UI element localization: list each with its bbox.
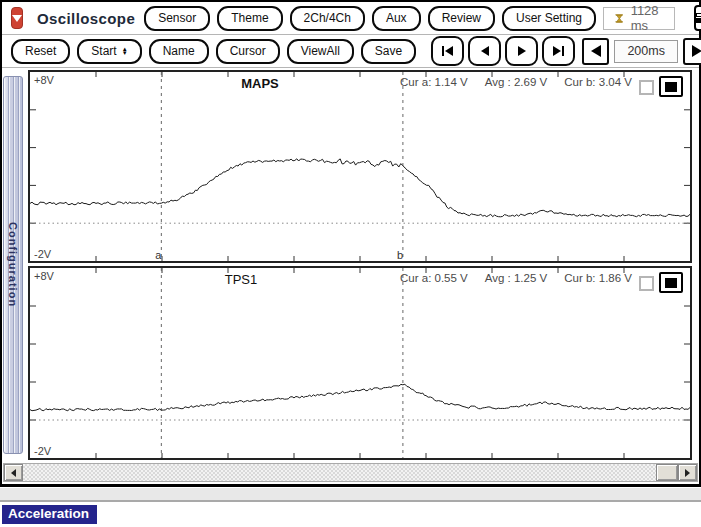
elapsed-time-value: 1128 ms — [631, 3, 663, 33]
horizontal-scrollbar — [3, 463, 698, 482]
transport-controls — [431, 36, 575, 66]
reset-button[interactable]: Reset — [11, 39, 70, 64]
y-min-label: -2V — [34, 248, 51, 260]
timebase-right-arrow-icon[interactable] — [683, 38, 701, 65]
cursor-a-value: Cur a: 0.55 V — [400, 272, 468, 284]
status-strip — [0, 487, 701, 502]
red-dropdown-icon[interactable] — [11, 7, 23, 29]
theme-button[interactable]: Theme — [217, 6, 282, 31]
channel-visibility-checkbox[interactable] — [639, 276, 654, 291]
status-badge: Acceleration — [2, 505, 97, 524]
measurement-readout: Cur a: 1.14 V Avg : 2.69 V Cur b: 3.04 V — [400, 76, 632, 88]
cursor-b-label: b — [397, 249, 403, 261]
control-toolbar: Reset Start ▲▼ Name Cursor ViewAll Save … — [2, 35, 699, 68]
scroll-left-icon[interactable] — [4, 464, 23, 481]
avg-value: Avg : 1.25 V — [485, 272, 547, 284]
timebase-selector: 200ms — [582, 38, 701, 65]
cursor-b-value: Cur b: 1.86 V — [564, 272, 632, 284]
channel-mode-button[interactable]: 2Ch/4Ch — [290, 6, 365, 31]
configuration-tab-label: Configuration — [7, 222, 19, 307]
channel-name-label: MAPS — [241, 76, 279, 91]
viewall-button[interactable]: ViewAll — [287, 39, 354, 64]
review-button[interactable]: Review — [428, 6, 495, 31]
channel-tps1: +8V -2V TPS1 Cur a: 0.55 V Avg : 1.25 V … — [28, 266, 692, 460]
avg-value: Avg : 2.69 V — [485, 76, 547, 88]
cursor-a-label: a — [155, 249, 161, 261]
cursor-b-value: Cur b: 3.04 V — [564, 76, 632, 88]
y-min-label: -2V — [34, 445, 51, 457]
measurement-readout: Cur a: 0.55 V Avg : 1.25 V Cur b: 1.86 V — [400, 272, 632, 284]
skip-to-start-icon[interactable] — [431, 36, 464, 66]
oscilloscope-window: Oscilloscope Sensor Theme 2Ch/4Ch Aux Re… — [0, 0, 701, 487]
timer-icon — [615, 12, 624, 25]
app-title: Oscilloscope — [37, 10, 135, 27]
scroll-right-icon[interactable] — [678, 464, 697, 481]
panel-menu-icon[interactable] — [694, 5, 701, 31]
cursor-a-value: Cur a: 1.14 V — [400, 76, 468, 88]
maps-waveform-plot — [30, 72, 690, 261]
scrollbar-track[interactable] — [23, 464, 678, 481]
save-button[interactable]: Save — [361, 39, 416, 64]
y-max-label: +8V — [34, 270, 54, 282]
header-toolbar: Oscilloscope Sensor Theme 2Ch/4Ch Aux Re… — [2, 2, 699, 35]
step-forward-icon[interactable] — [505, 36, 538, 66]
channel-visibility-checkbox[interactable] — [639, 80, 654, 95]
skip-to-end-icon[interactable] — [542, 36, 575, 66]
configuration-tab[interactable]: Configuration — [3, 76, 23, 454]
timebase-left-arrow-icon[interactable] — [582, 38, 609, 65]
start-button[interactable]: Start ▲▼ — [77, 39, 141, 64]
timebase-value: 200ms — [614, 40, 678, 63]
channel-maps: +8V -2V MAPS Cur a: 1.14 V Avg : 2.69 V … — [28, 70, 692, 263]
channel-active-toggle[interactable] — [659, 272, 683, 293]
scrollbar-thumb[interactable] — [656, 464, 678, 481]
elapsed-time-display: 1128 ms — [603, 7, 675, 30]
up-down-spinner-icon: ▲▼ — [122, 47, 128, 55]
y-max-label: +8V — [34, 74, 54, 86]
tps1-waveform-plot — [30, 268, 690, 458]
name-button[interactable]: Name — [149, 39, 209, 64]
step-back-icon[interactable] — [468, 36, 501, 66]
user-setting-button[interactable]: User Setting — [502, 6, 596, 31]
aux-button[interactable]: Aux — [372, 6, 421, 31]
cursor-button[interactable]: Cursor — [216, 39, 280, 64]
sensor-button[interactable]: Sensor — [144, 6, 210, 31]
channel-name-label: TPS1 — [225, 272, 258, 287]
channel-active-toggle[interactable] — [659, 76, 683, 97]
